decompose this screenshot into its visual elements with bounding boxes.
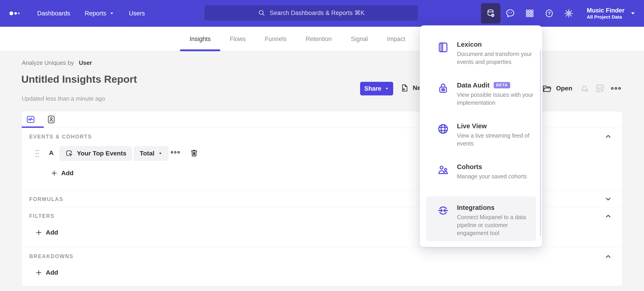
drag-dots-icon <box>34 149 40 158</box>
menu-item-description: View possible issues with your implement… <box>457 91 536 107</box>
beta-badge: BETA <box>494 82 510 88</box>
project-info: Music Finder All Project Data <box>587 7 624 20</box>
document-plus-icon <box>400 83 409 92</box>
collapse-events-button[interactable] <box>604 132 612 141</box>
chevron-down-icon <box>109 11 114 16</box>
section-breakdowns: BREAKDOWNS Add <box>22 247 622 287</box>
event-more-options-button[interactable] <box>170 149 180 155</box>
drag-handle[interactable] <box>34 149 40 158</box>
cohorts-people-icon <box>437 164 449 176</box>
chevron-down-icon <box>384 86 389 91</box>
chat-bubble-icon <box>505 8 515 18</box>
nav-users[interactable]: Users <box>129 10 145 17</box>
data-management-button[interactable] <box>481 3 500 23</box>
event-selector-chip[interactable]: Your Top Events <box>59 146 132 161</box>
collapse-filters-button[interactable] <box>604 212 612 220</box>
new-report-button[interactable]: Ne <box>400 83 421 92</box>
menu-item-description: Connect Mixpanel to a data pipeline or c… <box>457 213 536 237</box>
chevron-up-icon <box>604 212 612 220</box>
nav-reports[interactable]: Reports <box>85 10 114 17</box>
tab-signal[interactable]: Signal <box>341 27 377 51</box>
add-event-button[interactable]: Add <box>51 170 74 177</box>
plus-icon <box>35 229 42 236</box>
menu-item-title: Integrations <box>457 204 536 212</box>
tab-funnels[interactable]: Funnels <box>255 27 296 51</box>
alert-bell-plus-button[interactable] <box>580 83 590 93</box>
menu-item-title: Data Audit BETA <box>457 81 536 89</box>
nav-dashboards-label: Dashboards <box>37 10 70 17</box>
project-selector[interactable]: Music Finder All Project Data <box>587 7 636 20</box>
data-audit-lock-icon <box>437 82 449 94</box>
section-label-filters: FILTERS <box>29 213 55 219</box>
section-label-events: EVENTS & COHORTS <box>29 134 92 140</box>
menu-item-description: View a live streaming feed of events <box>457 132 536 148</box>
report-title[interactable]: Untitled Insights Report <box>21 73 137 85</box>
chevron-down-icon <box>158 151 162 156</box>
plus-icon <box>51 170 58 177</box>
nav-reports-label: Reports <box>85 10 106 17</box>
plus-icon <box>35 269 42 276</box>
mixpanel-logo-icon[interactable] <box>9 10 21 17</box>
metric-name: Total <box>140 150 154 157</box>
tab-flows[interactable]: Flows <box>220 27 255 51</box>
primary-nav: Dashboards Reports Users <box>37 10 145 17</box>
gear-icon <box>564 8 574 18</box>
chart-plus-icon <box>595 83 605 93</box>
open-report-button[interactable]: Open <box>542 83 572 93</box>
add-breakdown-button[interactable]: Add <box>35 269 58 276</box>
top-navigation-bar: Dashboards Reports Users Search Dashboar… <box>0 0 644 27</box>
add-filter-button[interactable]: Add <box>35 229 58 236</box>
help-icon: ? <box>544 8 554 18</box>
chevron-down-icon <box>630 10 636 16</box>
search-icon <box>258 9 266 17</box>
tab-retention[interactable]: Retention <box>296 27 342 51</box>
analyze-label: Analyze Uniques by <box>22 59 74 66</box>
help-button[interactable]: ? <box>540 3 559 23</box>
report-more-options-button[interactable] <box>610 85 621 92</box>
nav-users-label: Users <box>129 10 145 17</box>
grid-icon <box>525 8 534 18</box>
event-name: Your Top Events <box>77 150 126 157</box>
tab-insights[interactable]: Insights <box>180 27 220 51</box>
folder-open-icon <box>542 83 552 93</box>
trash-icon <box>190 148 199 158</box>
menu-item-integrations[interactable]: Integrations Connect Mixpanel to a data … <box>426 196 536 241</box>
lexicon-book-icon <box>437 41 449 53</box>
menu-item-title: Cohorts <box>457 163 527 171</box>
project-scope: All Project Data <box>587 14 624 20</box>
collapse-breakdowns-button[interactable] <box>604 253 612 261</box>
section-label-formulas: FORMULAS <box>29 196 63 202</box>
insights-activity-icon <box>26 114 36 124</box>
tab-events-view[interactable] <box>26 114 36 125</box>
mixpanel-app: { "topnav": { "items": ["Dashboards", "R… <box>0 0 644 291</box>
live-view-globe-icon <box>437 123 449 135</box>
analyze-by-selector[interactable]: User <box>79 59 92 66</box>
database-gear-icon <box>486 8 496 18</box>
feedback-button[interactable] <box>500 3 520 23</box>
chevron-up-icon <box>604 132 612 141</box>
chevron-up-icon <box>604 253 612 261</box>
settings-button[interactable] <box>559 3 578 23</box>
apps-grid-button[interactable] <box>520 3 540 23</box>
delete-event-button[interactable] <box>190 148 199 158</box>
tab-users-view[interactable] <box>46 114 56 125</box>
tab-impact[interactable]: Impact <box>377 27 415 51</box>
metric-selector-chip[interactable]: Total <box>134 146 168 161</box>
menu-scrollbar[interactable] <box>540 50 541 236</box>
analyze-uniques-line: Analyze Uniques by User <box>22 59 92 66</box>
menu-item-title: Live View <box>457 122 536 130</box>
menu-item-cohorts[interactable]: Cohorts Manage your saved cohorts <box>426 157 536 198</box>
share-button[interactable]: Share <box>360 82 393 95</box>
data-management-menu: Lexicon Document and transform your even… <box>420 25 542 247</box>
nav-dashboards[interactable]: Dashboards <box>37 10 70 17</box>
event-click-icon <box>65 149 73 158</box>
menu-item-data-audit[interactable]: Data Audit BETA View possible issues wit… <box>426 76 536 116</box>
search-input[interactable]: Search Dashboards & Reports ⌘K <box>204 5 418 21</box>
expand-formulas-button[interactable] <box>604 195 612 203</box>
more-options-icon <box>170 149 180 155</box>
add-to-board-button[interactable] <box>595 83 605 93</box>
bell-plus-icon <box>580 83 590 93</box>
menu-item-live-view[interactable]: Live View View a live streaming feed of … <box>426 116 536 157</box>
topbar-actions: ? Music Finder All Project Data <box>481 0 636 27</box>
menu-item-lexicon[interactable]: Lexicon Document and transform your even… <box>426 35 536 76</box>
